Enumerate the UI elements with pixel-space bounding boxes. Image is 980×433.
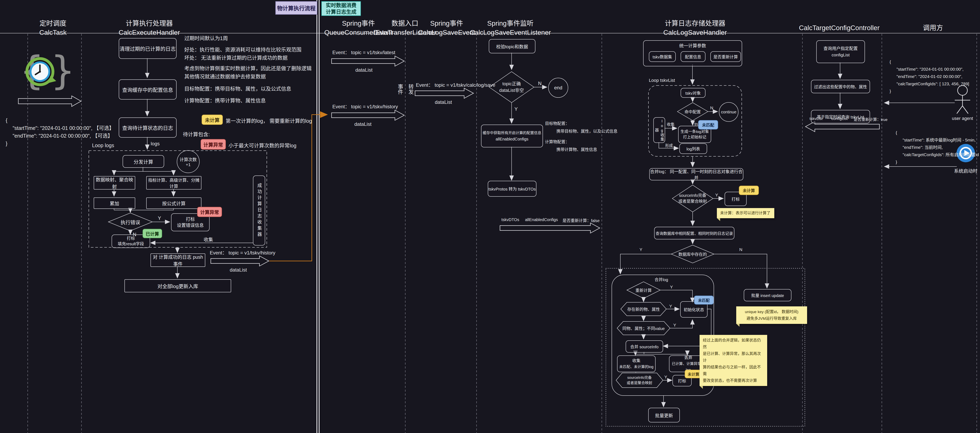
listener-out-label-1: tskvDTOs xyxy=(501,217,519,222)
new-thing-yes-label: Y xyxy=(669,304,672,309)
indicator-calc-box: 指标计算、高级计算、分摊计算 xyxy=(146,176,201,190)
same-diff-hex-label: 同物、属性；不同value xyxy=(622,325,665,331)
query-cache-config-box: 查询缓存中的配置信息 xyxy=(119,79,177,100)
event-latest-label: Event： topic = v1/tskv/latest xyxy=(332,48,395,56)
lane-header-caller: 调用方 xyxy=(923,23,943,32)
merge-logic-note: 经过上面的合并逻辑，如果状态仍然是已计算、计算异常，那么其再次计 算的结果也必与… xyxy=(700,335,767,386)
recalc-diamond-label: 重新计算 xyxy=(635,287,652,293)
end-circle: end xyxy=(548,78,568,98)
log-list-box: log列表 xyxy=(679,143,707,154)
expire-note: 过期时间默认为1周 好处：执行性能、资源消耗可以维持在比较乐观范围 坏处： 无法… xyxy=(184,34,312,81)
sourceinfo2-yes-label: Y xyxy=(664,374,667,379)
event-history-label: Event： topic = v1/tskv/history xyxy=(332,103,398,110)
sourceinfo-yes-label: Y xyxy=(715,193,718,197)
system-boot-label: 系统启动时 xyxy=(954,167,978,174)
loop-tskvlist-label: Loop tskvList xyxy=(649,78,675,83)
calc-error-badge-2: 计算异常 xyxy=(197,207,222,217)
logs-arrow-label: logs xyxy=(151,141,160,147)
scheduler-clock-icon: { } xyxy=(19,48,75,93)
lane-header-calctask: 定时调度CalcTask xyxy=(39,19,67,37)
lane-header-calclogsaveevent: Spring事件CalcLogSaveEvent xyxy=(418,19,475,37)
target-config-note: 目标物配置：携带目标物、属性，以及公式信息 xyxy=(184,85,291,92)
unique-key-note: unique key (配置id， 数据时间)避免多JVM运行导致重复入库 xyxy=(736,306,807,324)
calc-count-circle: 计算次数 +1 xyxy=(177,150,200,173)
calc-error-badge: 计算异常 xyxy=(200,139,226,150)
query-user-config-box: 查询用户指定配置configList xyxy=(816,40,865,63)
query-db-logs-box: 查询数据库中相同配置、相同时刻的日志记录 xyxy=(654,227,734,239)
lane-header-calcexecutehandler: 计算执行处理器CalcExecuteHandler xyxy=(119,19,180,37)
not-calc-badge-handler: 未计算 xyxy=(739,186,759,195)
filter-config-box: 过滤出这些配置中的物、属性 xyxy=(811,80,870,93)
flow-divider-line xyxy=(317,0,319,433)
unmatched-badge-2: 未匹配 xyxy=(694,296,714,305)
forward-label-right: 转发 xyxy=(407,84,414,106)
connector-layer: { } xyxy=(0,0,980,433)
not-calc-note: 未计算：表示可以进行计算了 xyxy=(717,208,774,218)
get-enabled-configs-box: 缓存中获取所有开启计算的配置信息allEnabledConfigs xyxy=(481,125,543,148)
lane-header-calclogsaveeventlistener: Spring事件监听CalcLogSaveEventListener xyxy=(470,19,551,37)
event-save-datalist: dataList xyxy=(435,99,452,105)
push-event-connector xyxy=(269,114,327,261)
hit-config-no-label: N xyxy=(710,105,713,110)
flow-tag-realtime: 实时数据消费计算日志生成 xyxy=(321,1,361,16)
new-thing-hex-label: 存在新的物、属性 xyxy=(627,306,660,312)
max-retry-note: 小于最大可计算次数的异常log xyxy=(229,141,296,149)
batch-insert-box: 批量 insert update xyxy=(744,289,791,301)
param-tskv-dataset: tskv数据集 xyxy=(649,51,676,62)
param-config-info: 配置信息 xyxy=(681,51,705,62)
accumulate-box: 累加 xyxy=(94,197,135,209)
push-event-box: 对 计算成功的日志 push事件 xyxy=(151,254,205,267)
merge-sourceinfo-box: 合并 sourceInfo xyxy=(626,340,663,352)
event-history-datalist: dataList xyxy=(354,121,371,127)
exec-error-yes-label: Y xyxy=(158,216,161,221)
handler-collect-label: 收集 xyxy=(667,121,675,127)
collect-logs-box: 收集未匹配、未计算的log xyxy=(617,355,655,372)
param-recalc-flag: 是否重新计算 xyxy=(710,51,741,62)
exec-error-no-label: N xyxy=(133,232,136,237)
tskv-object-box: tskv对象 xyxy=(681,88,705,98)
flow-tag-exec: 物计算执行流程 xyxy=(275,1,317,15)
boot-request-json: { "startTime": 系统中最新log时间 - 5min, "endTi… xyxy=(896,129,979,166)
listener-out-label-2: allEnabledConfigs xyxy=(525,217,558,222)
recalc-yes-label: Y xyxy=(670,285,673,289)
config-note: 目标物配置： 携带目标物、属性，以及公式信息 计算物配置： 携带计算物、属性信息 xyxy=(545,120,617,154)
lane-header-calctargetconfigcontroller: CalcTargetConfigController xyxy=(799,23,880,32)
unmatched-badge: 未匹配 xyxy=(698,120,718,130)
controller-out-label-3: 是否重新计算：true xyxy=(854,116,888,122)
update-all-logs-box: 对全部log更新入库 xyxy=(124,279,231,292)
form-label: 形成 xyxy=(665,143,673,148)
success-log-collector-box: 成功计算日志收集器 xyxy=(253,176,265,246)
merge-log-frame-label: 合并log xyxy=(655,276,668,282)
sourceinfo2-hex-label: sourceInfo完备或者是聚合映射 xyxy=(627,375,652,385)
push-event-datalist-label: dataList xyxy=(230,267,247,273)
event-latest-datalist: dataList xyxy=(355,67,372,73)
controller-out-label-1: tskvList xyxy=(810,116,822,121)
hit-config-diamond-label: 命中配置 xyxy=(684,109,701,114)
lane-header-calclogsavehandler: 计算日志存储处理器CalcLogSaveHandler xyxy=(663,19,727,37)
listener-flow-arrows xyxy=(512,52,547,180)
validate-topic-box: 校验topic和数据 xyxy=(489,39,535,53)
pending-contains-label: 待计算包含: xyxy=(183,130,210,138)
caller-request-json: { "startTime": "2024-01-01 00:00:00", "e… xyxy=(889,58,969,95)
formula-calc-box: 按公式计算 xyxy=(146,197,201,209)
loop-logs-label: Loop logs xyxy=(92,143,114,148)
push-event-topic-label: Event： topic = v1/tskv/history xyxy=(210,249,275,256)
user-agent-label: user agent xyxy=(952,116,973,121)
query-pending-logs-box: 查询待计算状态的日志 xyxy=(119,117,177,138)
controller-out-label-2: configList xyxy=(831,116,848,121)
topic-check-diamond-label: topic正确dataList非空 xyxy=(499,81,524,94)
log-collector-box: log收集器 xyxy=(653,117,665,143)
event-save-label: Event： topic = v1/tskv/calc/log/save xyxy=(416,81,495,88)
exists-yes-label: Y xyxy=(640,247,642,252)
topic-check-yes-label: Y xyxy=(514,106,518,112)
exists-diamond-label: 数据库中存在的 xyxy=(678,251,707,257)
dispatch-calc-box: 分发计算 xyxy=(123,155,164,168)
sourceinfo-diamond-label: sourceInfo完备或者是聚合映射 xyxy=(678,193,707,205)
calculated-badge: 已计算 xyxy=(143,229,162,238)
listener-out-label-3: 是否重新计算：false xyxy=(563,217,600,223)
batch-update-box: 批量更新 xyxy=(648,408,680,422)
topic-check-no-label: N xyxy=(538,81,541,86)
first-calc-note: 第一次计算的log， 需要重新计算的log xyxy=(226,117,312,124)
calc-config-note: 计算物配置：携带计算物、属性信息 xyxy=(184,97,266,104)
collect-label: 收集 xyxy=(204,236,213,243)
